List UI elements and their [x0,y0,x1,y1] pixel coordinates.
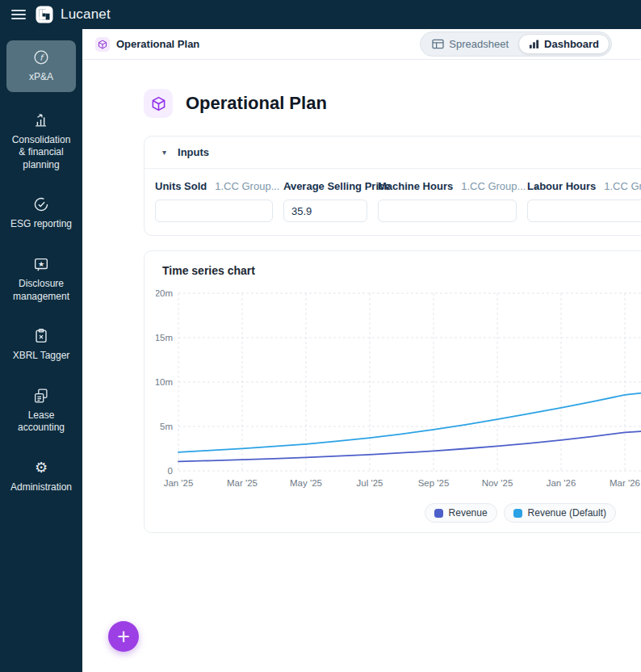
svg-text:10m: 10m [156,377,173,387]
svg-text:May '25: May '25 [290,478,322,488]
dimension-dropdown[interactable]: 1.CC Group. [604,180,641,192]
dimension-dropdown[interactable]: 1.CC Group... [461,180,526,192]
svg-text:20m: 20m [156,288,173,298]
sidebar-item-xbrl-tagger[interactable]: XBRL Tagger [5,319,78,371]
machine-hours-input[interactable] [378,200,517,222]
field-machine-hours: Machine Hours 1.CC Group... ▾ [378,180,517,222]
field-label: Labour Hours [527,180,596,192]
plan-cube-icon [95,37,110,52]
legend-label: Revenue [449,507,488,519]
legend-color-dot [434,509,443,518]
svg-text:f: f [40,53,44,62]
svg-text:Jul '25: Jul '25 [357,478,383,488]
inputs-section-title: Inputs [178,146,209,158]
field-average-selling-price: Average Selling Price [283,180,367,222]
sidebar-item-esg-reporting[interactable]: ESG reporting [5,187,78,239]
sidebar: f xP&A Consolidation & financial plannin… [0,29,82,672]
spreadsheet-toggle-button[interactable]: Spreadsheet [422,35,518,53]
view-toggle: Spreadsheet Dashboard [420,32,612,57]
sidebar-item-disclosure-management[interactable]: ★ Disclosure management [5,247,78,311]
dimension-dropdown[interactable]: 1.CC Group... [215,180,279,192]
field-label: Machine Hours [378,180,453,192]
labour-hours-input[interactable] [527,200,641,222]
svg-text:Sep '25: Sep '25 [418,478,450,488]
breadcrumb[interactable]: Operational Plan [95,37,199,52]
dashboard-icon [529,39,539,49]
field-labour-hours: Labour Hours 1.CC Group. [527,180,641,222]
fx-circle-icon: f [32,48,50,66]
field-units-sold: Units Sold 1.CC Group... ▾ [155,180,273,222]
time-series-chart: 05m10m15m20mJan '25Mar '25May '25Jul '25… [156,284,641,498]
svg-text:Jan '25: Jan '25 [164,478,194,488]
svg-text:Mar '26: Mar '26 [610,478,640,488]
legend-label: Revenue (Default) [528,507,606,519]
svg-text:Nov '25: Nov '25 [482,478,513,488]
chart-legend: RevenueRevenue (Default) [156,503,616,523]
sidebar-item-administration[interactable]: ⚙ Administration [5,451,78,502]
spreadsheet-icon [432,39,444,49]
chevron-down-icon: ▾ [162,148,166,157]
top-bar: Lucanet [0,0,641,29]
chart-title: Time series chart [156,264,641,277]
page-title: Operational Plan [186,93,327,114]
time-series-chart-card: Time series chart 05m10m15m20mJan '25Mar… [144,250,641,533]
field-label: Units Sold [155,180,207,192]
page-header: Operational Plan [144,89,641,118]
field-label: Average Selling Price [283,180,390,192]
svg-text:15m: 15m [156,333,173,342]
menu-icon[interactable] [11,7,26,22]
breadcrumb-bar: Operational Plan Spreadsheet Dashboard [82,29,641,60]
inputs-card: ▾ Inputs Units Sold 1.CC Group... ▾ Aver… [144,136,641,236]
inputs-section-header[interactable]: ▾ Inputs [145,136,641,169]
sidebar-item-lease-accounting[interactable]: Lease accounting [5,379,78,443]
legend-item-revenue-default[interactable]: Revenue (Default) [504,503,616,523]
plan-cube-icon-large [144,89,173,118]
star-badge-icon: ★ [32,255,50,273]
inputs-fields-row: Units Sold 1.CC Group... ▾ Average Selli… [145,169,641,235]
svg-text:Jan '26: Jan '26 [547,478,576,488]
main-content: Operational Plan Spreadsheet Dashboard [82,29,641,672]
svg-text:★: ★ [38,259,44,268]
page-body: Operational Plan ▾ Inputs Units Sold 1.C… [82,60,641,533]
average-selling-price-input[interactable] [283,200,367,222]
dashboard-toggle-button[interactable]: Dashboard [518,34,610,54]
svg-text:0: 0 [168,466,173,476]
units-sold-input[interactable] [155,200,273,222]
breadcrumb-label: Operational Plan [116,38,199,50]
sidebar-item-consolidation-financial-planning[interactable]: Consolidation & financial planning [5,103,78,180]
svg-text:5m: 5m [160,422,173,431]
brand-name: Lucanet [61,6,111,23]
lease-building-icon [32,387,50,405]
sidebar-item-xp-a[interactable]: f xP&A [6,40,76,92]
svg-text:Mar '25: Mar '25 [227,478,258,488]
bar-chart-icon [32,111,50,129]
line-chart-canvas: 05m10m15m20mJan '25Mar '25May '25Jul '25… [156,284,641,495]
legend-item-revenue[interactable]: Revenue [425,503,497,523]
gear-icon: ⚙ [35,459,48,477]
clipboard-x-icon [32,327,50,345]
eco-check-icon [32,195,50,213]
add-button[interactable]: + [108,621,139,652]
legend-color-dot [513,509,522,518]
lucanet-logo-icon [36,6,53,23]
